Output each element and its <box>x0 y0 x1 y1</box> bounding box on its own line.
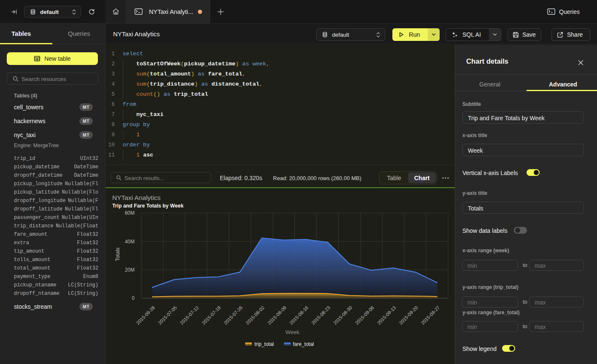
svg-text:2015-08-16: 2015-08-16 <box>289 305 309 326</box>
svg-text:2015-08-30: 2015-08-30 <box>332 305 353 326</box>
svg-text:2015-08-02: 2015-08-02 <box>245 305 265 326</box>
svg-text:0: 0 <box>132 295 135 301</box>
svg-text:2015-07-26: 2015-07-26 <box>223 305 243 326</box>
svg-text:2015-07-19: 2015-07-19 <box>201 305 222 326</box>
svg-text:NYTaxi Analytics: NYTaxi Analytics <box>112 194 161 201</box>
svg-text:2015-09-27: 2015-09-27 <box>420 305 440 326</box>
svg-text:20M: 20M <box>125 267 135 273</box>
svg-text:2015-09-13: 2015-09-13 <box>376 305 397 326</box>
svg-text:2015-06-28: 2015-06-28 <box>135 305 156 326</box>
svg-text:2015-08-23: 2015-08-23 <box>311 305 331 326</box>
svg-text:2015-07-05: 2015-07-05 <box>157 305 178 326</box>
svg-text:2015-07-12: 2015-07-12 <box>179 305 200 326</box>
svg-text:2015-09-20: 2015-09-20 <box>398 305 419 326</box>
svg-text:2015-08-09: 2015-08-09 <box>267 305 287 326</box>
svg-text:Totals: Totals <box>115 248 121 262</box>
svg-text:60M: 60M <box>125 210 135 216</box>
svg-text:fare_total: fare_total <box>293 341 314 347</box>
svg-text:40M: 40M <box>125 239 135 245</box>
svg-text:Week: Week <box>286 329 300 335</box>
svg-text:2015-09-06: 2015-09-06 <box>354 305 375 326</box>
svg-text:Trip and Fare Totals by Week: Trip and Fare Totals by Week <box>112 203 184 209</box>
svg-text:trip_total: trip_total <box>254 341 274 347</box>
